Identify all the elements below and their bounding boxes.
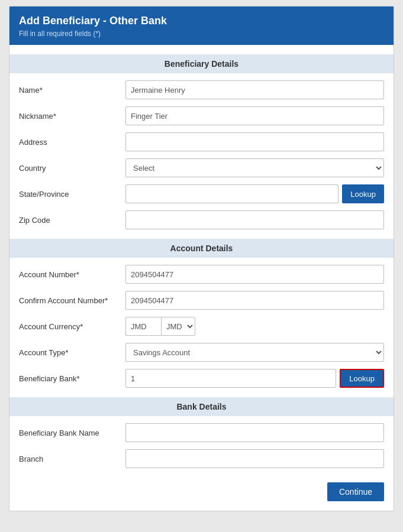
page-subtitle: Fill in all required fields (*) bbox=[19, 30, 384, 38]
branch-label: Branch bbox=[19, 455, 125, 463]
country-wrap: Select bbox=[125, 158, 384, 177]
account-number-wrap bbox=[125, 265, 384, 284]
confirm-account-number-label: Confirm Account Number* bbox=[19, 296, 125, 305]
account-type-row: Account Type* Savings Account Checking A… bbox=[19, 343, 384, 362]
name-input[interactable] bbox=[125, 80, 384, 99]
address-row: Address bbox=[19, 132, 384, 151]
currency-row: JMD USD bbox=[125, 317, 195, 336]
bank-name-input[interactable] bbox=[125, 423, 384, 442]
state-row: State/Province Lookup bbox=[19, 184, 384, 203]
account-type-label: Account Type* bbox=[19, 348, 125, 357]
confirm-account-number-wrap bbox=[125, 291, 384, 310]
account-number-row: Account Number* bbox=[19, 265, 384, 284]
nickname-wrap bbox=[125, 106, 384, 125]
address-input[interactable] bbox=[125, 132, 384, 151]
account-details-header: Account Details bbox=[9, 239, 394, 258]
bank-name-label: Beneficiary Bank Name bbox=[19, 429, 125, 437]
footer-row: Continue bbox=[19, 475, 384, 501]
country-label: Country bbox=[19, 164, 125, 173]
account-number-input[interactable] bbox=[125, 265, 384, 284]
country-row: Country Select bbox=[19, 158, 384, 177]
country-select[interactable]: Select bbox=[125, 158, 384, 177]
branch-row: Branch bbox=[19, 449, 384, 468]
currency-input[interactable] bbox=[125, 317, 161, 336]
state-wrap: Lookup bbox=[125, 184, 384, 203]
account-currency-row: Account Currency* JMD USD bbox=[19, 317, 384, 336]
currency-dropdown[interactable]: JMD USD bbox=[161, 317, 195, 336]
main-card: Add Beneficiary - Other Bank Fill in all… bbox=[9, 6, 394, 511]
beneficiary-details-header: Beneficiary Details bbox=[9, 54, 394, 73]
account-type-select[interactable]: Savings Account Checking Account bbox=[125, 343, 384, 362]
continue-button[interactable]: Continue bbox=[327, 482, 384, 501]
confirm-account-number-row: Confirm Account Number* bbox=[19, 291, 384, 310]
beneficiary-bank-input[interactable] bbox=[125, 369, 336, 388]
beneficiary-bank-label: Beneficiary Bank* bbox=[19, 374, 125, 383]
bank-name-row: Beneficiary Bank Name bbox=[19, 423, 384, 442]
confirm-account-number-input[interactable] bbox=[125, 291, 384, 310]
state-lookup-button[interactable]: Lookup bbox=[342, 184, 384, 203]
address-label: Address bbox=[19, 138, 125, 147]
name-wrap bbox=[125, 80, 384, 99]
address-wrap bbox=[125, 132, 384, 151]
beneficiary-bank-lookup-button[interactable]: Lookup bbox=[340, 369, 384, 388]
account-number-label: Account Number* bbox=[19, 270, 125, 279]
state-label: State/Province bbox=[19, 190, 125, 199]
bank-details-header: Bank Details bbox=[9, 397, 394, 416]
bank-name-wrap bbox=[125, 423, 384, 442]
card-body: Beneficiary Details Name* Nickname* Addr… bbox=[9, 54, 394, 511]
page-title: Add Beneficiary - Other Bank bbox=[19, 15, 384, 27]
beneficiary-bank-row: Beneficiary Bank* Lookup bbox=[19, 369, 384, 388]
account-type-wrap: Savings Account Checking Account bbox=[125, 343, 384, 362]
zipcode-row: Zip Code bbox=[19, 210, 384, 229]
name-row: Name* bbox=[19, 80, 384, 99]
account-currency-label: Account Currency* bbox=[19, 322, 125, 331]
beneficiary-bank-wrap: Lookup bbox=[125, 369, 384, 388]
branch-input[interactable] bbox=[125, 449, 384, 468]
name-label: Name* bbox=[19, 86, 125, 95]
zipcode-label: Zip Code bbox=[19, 216, 125, 225]
nickname-input[interactable] bbox=[125, 106, 384, 125]
card-header: Add Beneficiary - Other Bank Fill in all… bbox=[9, 7, 394, 45]
nickname-label: Nickname* bbox=[19, 112, 125, 121]
state-input[interactable] bbox=[125, 184, 338, 203]
nickname-row: Nickname* bbox=[19, 106, 384, 125]
account-currency-wrap: JMD USD bbox=[125, 317, 384, 336]
branch-wrap bbox=[125, 449, 384, 468]
zipcode-wrap bbox=[125, 210, 384, 229]
zipcode-input[interactable] bbox=[125, 210, 384, 229]
